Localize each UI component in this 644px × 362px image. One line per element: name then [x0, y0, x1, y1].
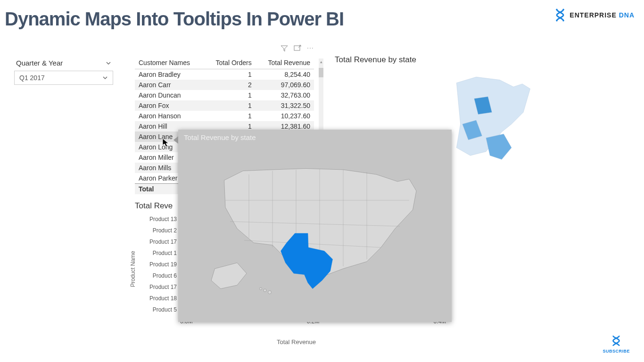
enterprise-dna-logo: ENTERPRISE DNA	[553, 8, 635, 22]
main-usa-map[interactable]	[453, 71, 641, 193]
svg-point-5	[260, 288, 262, 290]
chevron-down-icon[interactable]	[102, 75, 108, 81]
table-row[interactable]: Aaron Bradley18,254.40	[135, 69, 314, 80]
slicer-label-text: Quarter & Year	[16, 59, 63, 67]
chevron-down-icon[interactable]	[106, 60, 111, 66]
product-label: Product 13	[147, 216, 180, 222]
map-tooltip: Total Revenue by state	[178, 130, 452, 322]
product-label: Product 2	[147, 227, 180, 234]
logo-text: ENTERPRISE DNA	[570, 11, 635, 19]
product-label: Product 19	[147, 261, 180, 268]
page-title: Dynamic Maps Into Tooltips In Power BI	[0, 8, 644, 30]
slicer-dropdown[interactable]: Q1 2017	[14, 71, 113, 85]
scroll-thumb[interactable]	[319, 68, 323, 77]
subscribe-badge[interactable]: SUBSCRIBE	[603, 335, 630, 354]
table-row[interactable]: Aaron Fox131,322.50	[135, 100, 314, 111]
col-total-revenue[interactable]: Total Revenue	[256, 57, 314, 69]
main-map-title: Total Revenue by state	[335, 55, 416, 65]
dna-icon	[553, 8, 567, 22]
table-row[interactable]: Aaron Duncan132,763.00	[135, 90, 314, 100]
x-axis-label: Total Revenue	[277, 338, 316, 346]
product-label: Product 17	[147, 284, 180, 290]
table-row[interactable]: Aaron Carr297,069.60	[135, 80, 314, 90]
svg-point-6	[264, 289, 266, 292]
tooltip-usa-map	[202, 148, 428, 309]
product-label: Product 17	[147, 239, 180, 245]
scroll-up-arrow[interactable]: ▴	[319, 58, 323, 65]
slicer-selected-value: Q1 2017	[19, 74, 45, 82]
svg-point-2	[556, 20, 558, 22]
filter-icon[interactable]	[281, 45, 288, 52]
product-label: Product 18	[147, 295, 180, 302]
slicer-label: Quarter & Year	[14, 59, 113, 71]
focus-mode-icon[interactable]	[294, 45, 301, 52]
table-row[interactable]: Aaron Hanson110,237.60	[135, 111, 314, 121]
table-header-row: Customer Names Total Orders Total Revenu…	[135, 57, 314, 69]
svg-point-7	[268, 291, 272, 294]
product-label: Product 5	[147, 306, 180, 313]
svg-point-3	[563, 20, 565, 22]
visual-header-icons: ···	[281, 45, 314, 52]
col-customer-names[interactable]: Customer Names	[135, 57, 204, 69]
subscribe-label: SUBSCRIBE	[603, 349, 630, 354]
more-options-icon[interactable]: ···	[307, 44, 314, 51]
mouse-cursor	[162, 138, 170, 148]
svg-point-1	[563, 9, 565, 11]
product-label: Product 6	[147, 272, 180, 279]
svg-point-0	[556, 9, 558, 11]
tooltip-title: Total Revenue by state	[178, 130, 452, 145]
dna-icon	[610, 335, 622, 347]
y-axis-label: Product Name	[130, 251, 136, 287]
col-total-orders[interactable]: Total Orders	[204, 57, 256, 69]
report-header: Dynamic Maps Into Tooltips In Power BI E…	[0, 8, 644, 30]
product-label: Product 1	[147, 250, 180, 256]
quarter-year-slicer[interactable]: Quarter & Year Q1 2017	[14, 59, 113, 85]
svg-rect-4	[294, 46, 300, 50]
